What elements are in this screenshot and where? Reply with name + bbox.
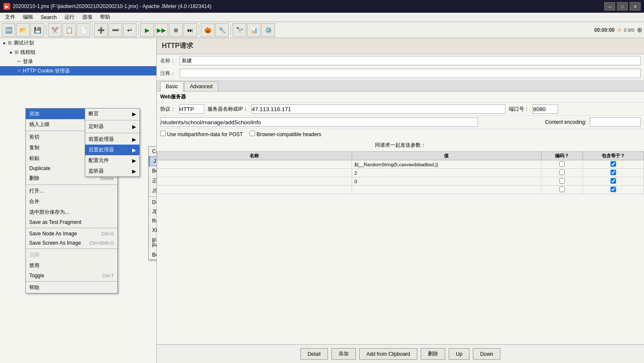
submenu-result-status[interactable]: Result Status Action Handler	[149, 216, 157, 226]
toolbar-stop[interactable]: ⏹	[169, 23, 183, 37]
toolbar-paste[interactable]: 📄	[77, 23, 90, 37]
row2-encode	[541, 169, 583, 177]
comment-input[interactable]	[180, 69, 641, 78]
port-input[interactable]	[533, 104, 558, 114]
toolbar-warning-icon: ⚠	[617, 27, 622, 33]
toolbar-run[interactable]: ▶	[140, 23, 154, 37]
submenu-debug-post[interactable]: Debug PostProcessor	[149, 198, 157, 207]
submenu-jsr223-post[interactable]: JSR223 PostProcessor	[149, 186, 157, 195]
title-bar-controls: — □ ✕	[604, 2, 641, 11]
title-bar: ▶ 20200210-1.jmx (F:\jiaoben\20200210\20…	[0, 0, 644, 13]
menu-options[interactable]: 选项	[79, 13, 96, 22]
sub-post-sep-1	[149, 196, 157, 197]
menu-edit[interactable]: 编辑	[19, 13, 36, 22]
toolbar-script[interactable]: 🎃	[201, 23, 214, 37]
delete-button[interactable]: 删除	[421, 348, 445, 360]
toolbar-run-all[interactable]: ▶▶	[155, 23, 168, 37]
ctx-save-fragment[interactable]: Save as Test Fragment	[26, 218, 117, 227]
ctx-sep-4	[26, 249, 117, 249]
toolbar-new[interactable]: 🆕	[2, 23, 15, 37]
submenu-css-extractor[interactable]: CSS/JQuery Extractor	[149, 147, 157, 156]
toolbar-settings[interactable]: ⚙️	[261, 23, 275, 37]
maximize-button[interactable]: □	[617, 2, 628, 11]
down-button[interactable]: Down	[473, 348, 500, 360]
submenu-pre-processor[interactable]: 前置处理器 ▶	[85, 134, 139, 145]
menu-bar: 文件 编辑 Search 运行 选项 帮助	[0, 13, 644, 22]
toolbar-collapse[interactable]: ➖	[108, 23, 122, 37]
row1-name	[157, 160, 352, 169]
toolbar-undo[interactable]: ↩	[123, 23, 136, 37]
tab-advanced[interactable]: Advanced	[184, 81, 218, 91]
submenu-beanshell-post[interactable]: BeanShell PostProcessor	[149, 250, 157, 260]
toolbar-report[interactable]: 📊	[247, 23, 261, 37]
ctx-open[interactable]: 打开...	[26, 186, 117, 196]
params-title: 同请求一起发送参数：	[157, 139, 644, 151]
submenu-assert[interactable]: 断言 ▶	[85, 109, 139, 119]
toolbar-save[interactable]: 💾	[31, 23, 44, 37]
submenu-jpgc[interactable]: jp@gc - Inter-Thread Communication PostP…	[149, 235, 157, 250]
row1-encode-cb[interactable]	[559, 161, 565, 167]
minimize-button[interactable]: —	[604, 2, 615, 11]
toolbar-open[interactable]: 📂	[16, 23, 30, 37]
submenu-jdbc-post[interactable]: JDBC PostProcessor	[149, 207, 157, 216]
checkbox-multipart[interactable]	[160, 131, 166, 136]
row1-include	[583, 160, 644, 169]
row4-include-cb[interactable]	[611, 187, 616, 192]
ctx-save-selected[interactable]: 选中部分保存为...	[26, 207, 117, 218]
row3-encode-cb[interactable]	[559, 178, 565, 184]
row2-name	[157, 169, 352, 177]
toolbar-cut[interactable]: ✂️	[48, 23, 61, 37]
ctx-save-node-image[interactable]: Save Node As Image Ctrl-G	[26, 229, 117, 238]
menu-search[interactable]: Search	[37, 13, 60, 22]
row2-encode-cb[interactable]	[559, 170, 565, 175]
ctx-disable[interactable]: 禁用	[26, 260, 117, 271]
ctx-enable-disabled: 启用	[26, 250, 117, 260]
toolbar-copy[interactable]: 📋	[62, 23, 76, 37]
sub-sep-2	[85, 133, 139, 133]
ctx-toggle[interactable]: Toggle Ctrl-T	[26, 271, 117, 280]
row4-encode-cb[interactable]	[559, 187, 565, 192]
add-button[interactable]: 添加	[331, 348, 356, 360]
path-input[interactable]	[160, 117, 478, 127]
ctx-sep-3	[26, 228, 117, 228]
up-button[interactable]: Up	[449, 348, 469, 360]
toolbar-search-icon[interactable]: 🔭	[233, 23, 246, 37]
row3-include	[583, 177, 644, 186]
submenu-config-element[interactable]: 配置元件 ▶	[85, 155, 139, 166]
row3-include-cb[interactable]	[611, 178, 616, 184]
menu-run[interactable]: 运行	[61, 13, 78, 22]
submenu-xpath-extractor[interactable]: XPath Extractor	[149, 226, 157, 235]
row3-value: 0	[352, 177, 541, 186]
ctx-help[interactable]: 帮助	[26, 282, 117, 293]
checkbox-browser[interactable]	[250, 131, 255, 136]
row2-include-cb[interactable]	[611, 170, 616, 175]
toolbar-step[interactable]: ⏭	[183, 23, 197, 37]
col-include: 包含等于？	[583, 152, 644, 160]
toolbar-func[interactable]: 🔧	[215, 23, 229, 37]
col-encode: 编码？	[541, 152, 583, 160]
menu-help[interactable]: 帮助	[97, 13, 114, 22]
main-area: ▸ ⊞ 测试计划 ▸ ⊞ 线程组 ✏ 登录 ✕ HTTP Cookie 管理器 …	[0, 38, 644, 363]
table-row: ${__RandomString(5,casvavdsbadbsd,)}	[157, 160, 644, 169]
protocol-input[interactable]	[179, 104, 204, 114]
submenu-post-processor[interactable]: 后置处理器 ▶	[85, 145, 139, 155]
add-from-clipboard-button[interactable]: Add from Clipboard	[359, 348, 417, 360]
row1-include-cb[interactable]	[611, 161, 616, 167]
web-server-row: Web服务器	[157, 92, 644, 103]
submenu-regex-extractor[interactable]: 正则表达式提取器	[149, 176, 157, 186]
tab-basic[interactable]: Basic	[160, 81, 183, 92]
ctx-merge[interactable]: 合并	[26, 196, 117, 207]
name-input[interactable]	[180, 56, 641, 65]
close-button[interactable]: ✕	[630, 2, 641, 11]
toolbar-expand[interactable]: ➕	[94, 23, 108, 37]
submenu-listener[interactable]: 监听器 ▶	[85, 166, 139, 176]
encoding-input[interactable]	[590, 117, 641, 127]
submenu-json-extractor[interactable]: JSON Extractor	[149, 156, 157, 166]
detail-button[interactable]: Detail	[300, 348, 328, 360]
menu-file[interactable]: 文件	[2, 13, 19, 22]
submenu-timer[interactable]: 定时器 ▶	[85, 121, 139, 132]
ip-input[interactable]	[251, 104, 505, 114]
submenu-boundary-extractor[interactable]: Boundary Extractor	[149, 166, 157, 176]
ctx-save-screen-image[interactable]: Save Screen As Image Ctrl+Shift-G	[26, 238, 117, 248]
params-table: 名称 值 编码？ 包含等于？ ${__RandomString(5,casvav…	[157, 151, 644, 194]
